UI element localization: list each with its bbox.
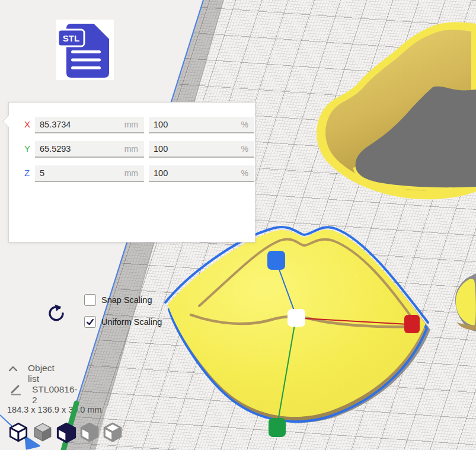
toolbar-tool-solid-cube[interactable] <box>31 421 54 443</box>
z-percent-unit: % <box>241 168 254 178</box>
model-fragment-right[interactable] <box>455 273 476 331</box>
y-percent-input[interactable] <box>149 144 241 154</box>
y-percent-field: % <box>149 141 254 158</box>
x-size-input[interactable] <box>35 120 124 129</box>
y-size-field: mm <box>35 141 144 158</box>
snap-scaling-label: Snap Scaling <box>101 295 152 305</box>
scale-row-x: X mm % <box>9 117 255 132</box>
axis-label-y: Y <box>24 143 30 154</box>
axis-label-z: Z <box>24 168 30 178</box>
highlighted-cube-icon <box>55 421 78 445</box>
x-percent-unit: % <box>241 120 254 129</box>
uniform-scaling-label: Uniform Scaling <box>101 317 162 327</box>
face-cube-icon <box>78 421 101 443</box>
y-size-unit: mm <box>124 144 144 154</box>
gizmo-handle-y[interactable] <box>269 418 286 437</box>
uniform-scaling-checkbox[interactable] <box>84 316 96 328</box>
axis-label-x: X <box>24 119 30 129</box>
stl-badge-label: STL <box>63 33 79 43</box>
toolbar-tool-open-cube[interactable] <box>101 421 124 443</box>
stl-document-icon: STL <box>56 20 114 80</box>
reset-rotate-icon <box>44 302 67 324</box>
x-size-field: mm <box>35 117 144 133</box>
z-size-input[interactable] <box>35 168 124 178</box>
slicer-app-window: { "app": { "background_color": "#f1f0ee"… <box>0 0 476 450</box>
snap-scaling-option: Snap Scaling <box>84 293 152 307</box>
solid-cube-icon <box>31 421 54 443</box>
z-percent-input[interactable] <box>149 168 241 178</box>
x-size-unit: mm <box>124 120 144 129</box>
toolbar-tool-wireframe-cube[interactable] <box>7 421 30 443</box>
uniform-scaling-option: Uniform Scaling <box>84 315 162 328</box>
model-lips-bowl[interactable] <box>317 22 476 199</box>
scale-tool-panel: X mm % Y mm % Z mm % <box>8 102 255 242</box>
x-percent-field: % <box>149 117 254 133</box>
toolbar-tool-highlighted-cube[interactable] <box>55 421 77 443</box>
reset-scale-button[interactable] <box>44 302 67 324</box>
open-cube-icon <box>101 421 124 443</box>
toolbar-tool-face-cube[interactable] <box>78 421 101 443</box>
y-size-input[interactable] <box>35 144 124 154</box>
z-size-field: mm <box>35 165 144 182</box>
gizmo-handle-center[interactable] <box>287 309 305 327</box>
snap-scaling-checkbox[interactable] <box>84 294 96 306</box>
gizmo-handle-x[interactable] <box>404 315 420 333</box>
scale-row-y: Y mm % <box>9 141 255 157</box>
gizmo-handle-z[interactable] <box>267 251 285 270</box>
x-percent-input[interactable] <box>149 120 241 129</box>
scale-row-z: Z mm % <box>9 165 255 181</box>
stl-file-icon[interactable]: STL <box>56 20 114 80</box>
wireframe-cube-icon <box>7 421 30 443</box>
y-percent-unit: % <box>241 144 254 154</box>
z-size-unit: mm <box>124 168 144 178</box>
z-percent-field: % <box>149 165 254 182</box>
